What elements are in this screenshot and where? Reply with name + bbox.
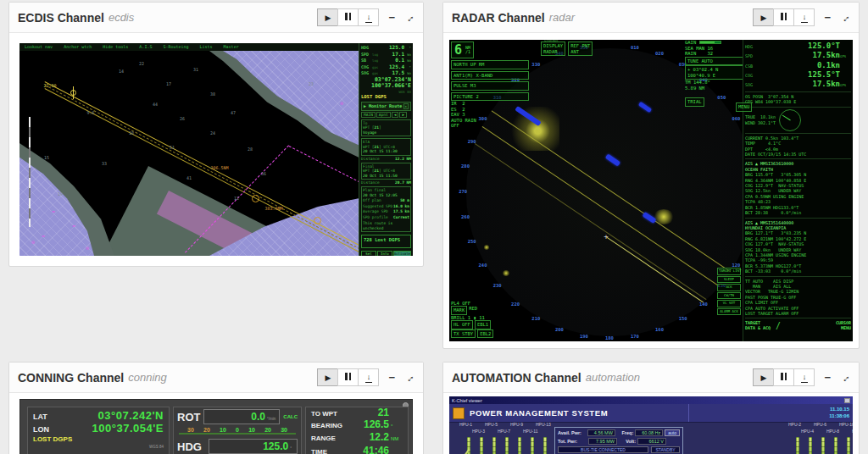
rot-readout: 0.0°/min xyxy=(203,409,280,424)
generator-bar xyxy=(796,437,799,454)
play-button[interactable]: ▶ xyxy=(753,368,774,386)
ecdis-menu-item[interactable]: Master xyxy=(224,44,239,50)
radar-side-button[interactable]: VL SET xyxy=(717,300,741,307)
download-button[interactable]: ↓ xyxy=(793,368,815,386)
expand-button[interactable]: ↔ xyxy=(402,369,417,385)
pause-icon xyxy=(780,13,787,22)
minimize-button[interactable]: − xyxy=(824,11,831,24)
range-box[interactable]: 6 NM/1 xyxy=(451,42,474,58)
eta-distance-row: Distance12.2 NM xyxy=(361,157,411,161)
ecdis-alarm-box[interactable]: 728 Lost DGPS xyxy=(361,235,411,248)
ecdis-menu-item[interactable]: Anchor wtch xyxy=(64,44,92,50)
radar-control-box[interactable]: ANT1(M) X-BAND xyxy=(451,71,529,80)
ecdis-menu-item[interactable]: Lookout nav xyxy=(25,44,53,50)
generator-unit[interactable]: HPU-2 xyxy=(792,422,803,454)
conning-display: LAT03°07.242'N LON100°37.054'E LOST DGPS… xyxy=(19,399,413,454)
radar-body: + 01002003004005006007008009010011012013… xyxy=(443,40,859,341)
conning-panel: CONNING Channel conning ▶ ↓ − ↔ LAT03°07… xyxy=(8,362,424,454)
route-tab[interactable]: MAIN xyxy=(361,112,376,118)
play-button[interactable]: ▶ xyxy=(317,368,338,386)
generator-unit[interactable]: HPU-5 xyxy=(488,422,499,454)
automation-panel: AUTOMATION Channel automation ▶ ↓ − ↔ K-… xyxy=(442,362,860,454)
generator-bar xyxy=(834,437,837,454)
display-mode-box: DISPLAYRADAR xyxy=(541,42,565,56)
voyage-link[interactable]: Voyage xyxy=(363,130,409,136)
minimize-button[interactable]: − xyxy=(824,371,831,384)
radar-toggle[interactable]: HL OFF xyxy=(451,320,473,329)
route-tab[interactable]: ▶ xyxy=(399,112,407,118)
auto-mode-button[interactable]: auto xyxy=(665,429,680,436)
ecdis-menu-item[interactable]: Hide tools xyxy=(103,44,128,50)
conning-panel-title: CONNING Channel xyxy=(18,371,124,385)
ownship-lon: 100°37.066'E xyxy=(361,83,411,90)
radar-tuning-controls: GAIN SEA MAN 16 RAIN 32 TUNE AUTO + 03°0… xyxy=(685,40,744,107)
ecdis-footer-button[interactable]: Info xyxy=(377,251,392,256)
route-tab[interactable]: ◀ xyxy=(392,112,399,118)
ecdis-display: Lookout navAnchor wtchHide toolsA.I.SS-R… xyxy=(19,43,413,256)
expand-button[interactable]: ↔ xyxy=(837,9,853,25)
radar-control-box[interactable]: PICTURE 2 xyxy=(451,92,529,102)
ecdis-footer-button[interactable]: Set chart Center xyxy=(361,251,376,256)
ecdis-menu-item[interactable]: A.I.S xyxy=(139,44,152,50)
generator-unit[interactable]: HPU-6 xyxy=(817,422,828,454)
trial-button[interactable]: TRIAL xyxy=(685,97,704,107)
mark-button[interactable]: MARK xyxy=(451,306,467,315)
pause-button[interactable] xyxy=(337,8,359,26)
play-button[interactable]: ▶ xyxy=(753,8,774,26)
expand-button[interactable]: ↔ xyxy=(402,9,417,25)
window-button[interactable] xyxy=(844,398,850,403)
pause-button[interactable] xyxy=(337,368,359,386)
play-button[interactable]: ▶ xyxy=(317,8,338,26)
generator-group-right: HPU-2HPU-4HPU-6HPU-8HPU-10HPU-12HPU-14 xyxy=(792,422,853,454)
wind-compass xyxy=(779,109,801,131)
chart-symbols: ≈≈≈⊙⊙⊙ xyxy=(19,51,359,256)
radar-toggle[interactable]: TX STBY xyxy=(451,329,476,339)
download-icon: ↓ xyxy=(367,14,371,20)
download-icon: ↓ xyxy=(803,14,807,20)
ecdis-footer-button[interactable]: Activate Scroll xyxy=(393,251,411,256)
ecdis-nav-readouts: HDG125.0°SPDlog17.1knSBlog0.1knCOGgps125… xyxy=(361,45,411,77)
radar-control-box[interactable]: PULSE M3 xyxy=(451,81,529,91)
ecdis-menu-item[interactable]: S-Routeing xyxy=(163,44,188,50)
close-icon[interactable]: ✕ xyxy=(403,103,409,109)
radar-side-button[interactable]: ALARM ACK xyxy=(717,308,741,316)
ebl-button[interactable]: EBL2 xyxy=(477,329,493,339)
download-button[interactable]: ↓ xyxy=(358,368,379,386)
minimize-button[interactable]: − xyxy=(388,371,395,384)
spd-profile-select[interactable]: Current xyxy=(393,215,409,220)
processing-row: OFF xyxy=(451,123,529,129)
download-button[interactable]: ↓ xyxy=(793,8,815,26)
minimize-button[interactable]: − xyxy=(388,11,395,24)
play-icon: ▶ xyxy=(760,374,766,382)
ecdis-panel: ECDIS Channel ecdis ▶ ↓ − ↔ Lookout navA… xyxy=(8,2,424,267)
orientation-mode[interactable]: NORTH UP RM xyxy=(451,60,529,69)
download-button[interactable]: ↓ xyxy=(358,8,379,26)
ebl-button[interactable]: EBL1 xyxy=(475,320,491,329)
expand-button[interactable]: ↔ xyxy=(837,369,853,385)
pause-button[interactable] xyxy=(773,8,794,26)
menu-button[interactable]: MENU xyxy=(736,102,752,112)
ecdis-menu-item[interactable]: Lists xyxy=(200,44,213,50)
radar-side-button[interactable]: SLEEP xyxy=(717,276,741,284)
tracking-setting-row[interactable]: LOST TARGET ALARM OFF xyxy=(745,311,851,316)
ecdis-footer-buttons: Set chart CenterInfoActivate Scroll xyxy=(361,251,411,256)
ecdis-chart: 1422173144263818512447332819413615239.61… xyxy=(19,51,359,256)
radar-side-button[interactable]: ACK xyxy=(717,284,741,291)
pause-button[interactable] xyxy=(773,368,794,386)
radar-nav-row: CSB0.1kn xyxy=(745,61,851,70)
generator-unit[interactable]: HPU-10 xyxy=(843,422,853,454)
tune-box[interactable]: TUNE AUTO xyxy=(685,57,744,66)
generator-unit[interactable]: HPU-13 xyxy=(539,422,550,454)
monitor-route-header[interactable]: ▶ Monitor Route✕ xyxy=(361,102,411,111)
radar-side-button[interactable]: CW/TN xyxy=(717,292,741,300)
download-icon: ↓ xyxy=(803,374,807,380)
final-distance-row: Distance20.7 NM xyxy=(361,180,411,185)
pms-window-title: K-Chief viewer xyxy=(452,398,482,403)
route-tab[interactable]: Apnt xyxy=(376,112,391,118)
ais-target-1-data: BRG 115.0°T 3°05.305 NRNG 4.364NM 100°40… xyxy=(745,172,851,215)
generator-unit[interactable]: HPU-9 xyxy=(514,422,525,454)
radar-side-button[interactable]: TARGET LIST xyxy=(717,268,741,275)
gain-bar[interactable] xyxy=(699,41,721,44)
conning-lat: 03°07.242'N xyxy=(62,409,164,422)
generator-bar xyxy=(518,437,521,454)
